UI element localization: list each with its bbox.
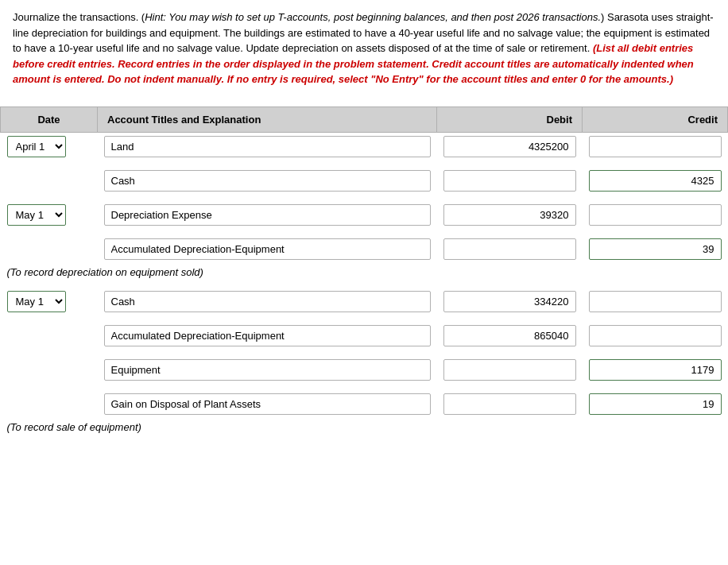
table-row (1, 235, 728, 263)
note-row-1: (To record depreciation on equipment sol… (1, 263, 728, 281)
account-input-2-0[interactable] (104, 291, 431, 312)
table-row: April 1May 1June 1 (1, 288, 728, 315)
credit-input-1-1[interactable] (589, 238, 722, 260)
account-input-2-3[interactable] (104, 393, 431, 415)
account-cell-2-3[interactable] (98, 390, 437, 418)
account-cell-1-0[interactable] (98, 201, 437, 229)
account-input-2-2[interactable] (104, 359, 431, 381)
date-select-0[interactable]: April 1May 1June 1 (7, 136, 66, 157)
debit-cell-2-0[interactable] (437, 288, 583, 315)
header-credit: Credit (583, 106, 728, 132)
row-spacer (1, 315, 728, 322)
section-divider (1, 195, 728, 201)
date-cell-0-1 (1, 167, 98, 195)
header-date: Date (1, 106, 98, 132)
credit-input-1-0[interactable] (589, 204, 722, 226)
credit-cell-0-0[interactable] (583, 132, 728, 161)
table-row (1, 356, 728, 384)
table-row: April 1May 1June 1 (1, 201, 728, 229)
account-cell-2-1[interactable] (98, 322, 437, 350)
row-spacer (1, 384, 728, 390)
instructions-text: Journalize the transactions. (Hint: You … (13, 11, 714, 85)
account-input-1-1[interactable] (104, 238, 431, 260)
debit-input-1-0[interactable] (443, 204, 576, 226)
credit-cell-2-1[interactable] (583, 322, 728, 350)
header-account: Account Titles and Explanation (98, 106, 437, 132)
note-text-2: (To record sale of equipment) (1, 418, 728, 436)
debit-input-2-3[interactable] (443, 393, 576, 415)
date-cell-2-3 (1, 390, 98, 418)
debit-cell-2-3[interactable] (437, 390, 583, 418)
section-divider (1, 281, 728, 288)
credit-cell-1-0[interactable] (583, 201, 728, 229)
credit-cell-2-0[interactable] (583, 288, 728, 315)
debit-input-1-1[interactable] (443, 238, 576, 260)
table-row (1, 390, 728, 418)
date-cell-2-2 (1, 356, 98, 384)
row-spacer (1, 350, 728, 356)
date-cell-1-0[interactable]: April 1May 1June 1 (1, 201, 98, 229)
credit-cell-2-3[interactable] (583, 390, 728, 418)
warning-text: (List all debit entries before credit en… (13, 42, 694, 85)
journal-table: Date Account Titles and Explanation Debi… (0, 106, 728, 436)
date-cell-2-0[interactable]: April 1May 1June 1 (1, 288, 98, 315)
date-select-2[interactable]: April 1May 1June 1 (7, 291, 66, 312)
date-cell-1-1 (1, 235, 98, 263)
account-input-0-1[interactable] (104, 170, 431, 192)
account-cell-2-2[interactable] (98, 356, 437, 384)
credit-cell-0-1[interactable] (583, 167, 728, 195)
credit-input-2-2[interactable] (589, 359, 722, 381)
debit-input-0-0[interactable] (443, 136, 576, 157)
debit-input-2-2[interactable] (443, 359, 576, 381)
instructions-block: Journalize the transactions. (Hint: You … (0, 0, 728, 97)
header-debit: Debit (437, 106, 583, 132)
debit-input-2-0[interactable] (443, 291, 576, 312)
debit-input-2-1[interactable] (443, 325, 576, 346)
table-row: April 1May 1June 1 (1, 132, 728, 161)
row-spacer (1, 229, 728, 235)
row-spacer (1, 161, 728, 167)
credit-input-0-1[interactable] (589, 170, 722, 192)
credit-input-2-3[interactable] (589, 393, 722, 415)
date-cell-2-1 (1, 322, 98, 350)
debit-input-0-1[interactable] (443, 170, 576, 192)
credit-input-0-0[interactable] (589, 136, 722, 157)
debit-cell-0-0[interactable] (437, 132, 583, 161)
credit-cell-1-1[interactable] (583, 235, 728, 263)
date-cell-0-0[interactable]: April 1May 1June 1 (1, 132, 98, 161)
debit-cell-1-1[interactable] (437, 235, 583, 263)
note-row-2: (To record sale of equipment) (1, 418, 728, 436)
hint-text: Hint: You may wish to set up T-accounts,… (145, 11, 601, 23)
account-cell-0-0[interactable] (98, 132, 437, 161)
debit-cell-0-1[interactable] (437, 167, 583, 195)
note-text-1: (To record depreciation on equipment sol… (1, 263, 728, 281)
account-cell-0-1[interactable] (98, 167, 437, 195)
date-select-1[interactable]: April 1May 1June 1 (7, 204, 66, 226)
account-input-0-0[interactable] (104, 136, 431, 157)
credit-input-2-0[interactable] (589, 291, 722, 312)
account-input-2-1[interactable] (104, 325, 431, 346)
credit-input-2-1[interactable] (589, 325, 722, 346)
table-header-row: Date Account Titles and Explanation Debi… (1, 106, 728, 132)
account-input-1-0[interactable] (104, 204, 431, 226)
debit-cell-2-1[interactable] (437, 322, 583, 350)
account-cell-1-1[interactable] (98, 235, 437, 263)
debit-cell-2-2[interactable] (437, 356, 583, 384)
table-row (1, 167, 728, 195)
credit-cell-2-2[interactable] (583, 356, 728, 384)
table-row (1, 322, 728, 350)
debit-cell-1-0[interactable] (437, 201, 583, 229)
account-cell-2-0[interactable] (98, 288, 437, 315)
